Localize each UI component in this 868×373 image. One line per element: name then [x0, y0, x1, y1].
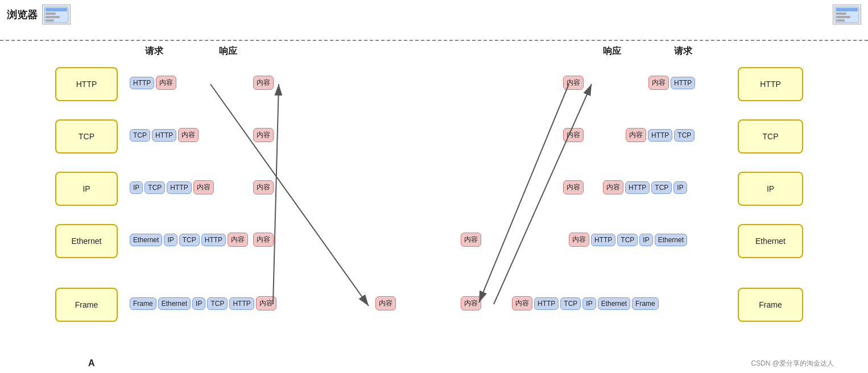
tag-content: 内容: [253, 180, 274, 194]
tag-http: HTTP: [671, 77, 695, 89]
right-req-ethernet-tags: 内容 HTTP TCP IP Ethernet: [569, 233, 687, 247]
svg-rect-8: [836, 16, 850, 18]
svg-rect-9: [836, 19, 845, 22]
svg-line-11: [210, 84, 369, 306]
right-resp-frame-tags: 内容: [461, 296, 481, 310]
browser-icon-right: [833, 5, 861, 24]
left-req-frame-tags: Frame Ethernet IP TCP HTTP 内容: [130, 296, 276, 310]
tag-ethernet: Ethernet: [598, 297, 630, 310]
tag-content: 内容: [253, 76, 274, 90]
right-layer-frame: Frame: [738, 288, 803, 322]
left-req-ip-tags: IP TCP HTTP 内容: [130, 180, 214, 194]
svg-rect-4: [46, 19, 54, 22]
tag-ethernet: Ethernet: [655, 234, 687, 246]
label-a: A: [88, 358, 95, 368]
tag-ip: IP: [130, 181, 143, 194]
svg-line-12: [273, 84, 279, 304]
left-layer-ip: IP: [55, 172, 118, 206]
tag-tcp: TCP: [617, 234, 638, 246]
right-layer-ethernet: Ethernet: [738, 224, 803, 258]
right-response-header: 响应: [603, 45, 621, 57]
left-req-http-tags: HTTP 内容: [130, 76, 176, 90]
tag-tcp: TCP: [130, 129, 150, 142]
tag-content: 内容: [603, 180, 623, 194]
tag-frame: Frame: [130, 297, 156, 310]
tag-content: 内容: [461, 233, 481, 247]
left-resp-http-tags: 内容: [253, 76, 274, 90]
svg-rect-1: [46, 8, 67, 11]
tag-ip: IP: [192, 297, 205, 310]
tag-http: HTTP: [130, 77, 154, 89]
left-resp-frame-tags: 内容: [375, 296, 396, 310]
header-area: 浏览器: [7, 5, 71, 24]
right-req-frame-tags: 内容 HTTP TCP IP Ethernet Frame: [512, 296, 659, 310]
right-resp-ethernet-tags: 内容: [461, 233, 481, 247]
left-layer-http: HTTP: [55, 67, 118, 101]
right-req-http-tags: 内容 HTTP: [648, 76, 695, 90]
tag-tcp: TCP: [674, 129, 695, 142]
watermark: CSDN @爱分享的淘金达人: [751, 359, 834, 368]
left-resp-tcp-tags: 内容: [253, 128, 274, 142]
tag-content: 内容: [178, 128, 199, 142]
left-resp-ethernet-tags: 内容: [253, 233, 274, 247]
left-layer-frame: Frame: [55, 288, 118, 322]
right-resp-tcp-tags: 内容: [563, 128, 584, 142]
tag-content: 内容: [193, 180, 214, 194]
tag-http: HTTP: [625, 181, 650, 194]
tag-content: 内容: [626, 128, 646, 142]
tag-content: 内容: [648, 76, 669, 90]
tag-tcp: TCP: [560, 297, 581, 310]
tag-content: 内容: [569, 233, 589, 247]
page-container: 浏览器 请求 响应 响应 请求 HTTP TCP IP Et: [0, 0, 868, 373]
right-layer-ip: IP: [738, 172, 803, 206]
tag-http: HTTP: [201, 234, 226, 246]
right-resp-ip-tags: 内容: [563, 180, 584, 194]
tag-content: 内容: [375, 296, 396, 310]
svg-line-13: [479, 84, 569, 302]
tag-tcp: TCP: [144, 181, 165, 194]
left-layer-ethernet: Ethernet: [55, 224, 118, 258]
right-request-header: 请求: [674, 45, 692, 57]
tag-content: 内容: [228, 233, 248, 247]
tag-content: 内容: [156, 76, 176, 90]
right-req-ip-tags: 内容 HTTP TCP IP: [603, 180, 687, 194]
tag-content: 内容: [253, 233, 274, 247]
tag-http: HTTP: [229, 297, 254, 310]
right-req-tcp-tags: 内容 HTTP TCP: [626, 128, 695, 142]
tag-ip: IP: [639, 234, 652, 246]
tag-ip: IP: [673, 181, 687, 194]
browser-label: 浏览器: [7, 8, 38, 22]
tag-ethernet: Ethernet: [130, 234, 162, 246]
svg-rect-6: [836, 8, 858, 11]
tag-ip: IP: [582, 297, 596, 310]
tag-content: 内容: [512, 296, 532, 310]
left-req-ethernet-tags: Ethernet IP TCP HTTP 内容: [130, 233, 248, 247]
tag-tcp: TCP: [179, 234, 200, 246]
tag-ip: IP: [164, 234, 177, 246]
tag-http: HTTP: [591, 234, 615, 246]
left-layer-tcp: TCP: [55, 119, 118, 154]
tag-content: 内容: [253, 128, 274, 142]
tag-http: HTTP: [167, 181, 191, 194]
tag-tcp: TCP: [207, 297, 228, 310]
left-resp-ip-tags: 内容: [253, 180, 274, 194]
right-resp-http-tags: 内容: [563, 76, 584, 90]
tag-tcp: TCP: [651, 181, 672, 194]
tag-ethernet: Ethernet: [158, 297, 191, 310]
separator-line: [0, 40, 868, 41]
left-req-tcp-tags: TCP HTTP 内容: [130, 128, 199, 142]
tag-content: 内容: [461, 296, 481, 310]
browser-icon-left: [42, 5, 71, 24]
tag-content: 内容: [563, 180, 584, 194]
right-layer-tcp: TCP: [738, 119, 803, 154]
tag-frame: Frame: [632, 297, 659, 310]
tag-http: HTTP: [152, 129, 176, 142]
tag-content: 内容: [563, 128, 584, 142]
tag-http: HTTP: [648, 129, 672, 142]
tag-content: 内容: [563, 76, 584, 90]
svg-rect-3: [46, 16, 60, 18]
svg-rect-2: [46, 13, 56, 15]
tag-content: 内容: [256, 296, 276, 310]
left-request-header: 请求: [145, 45, 163, 57]
right-layer-http: HTTP: [738, 67, 803, 101]
